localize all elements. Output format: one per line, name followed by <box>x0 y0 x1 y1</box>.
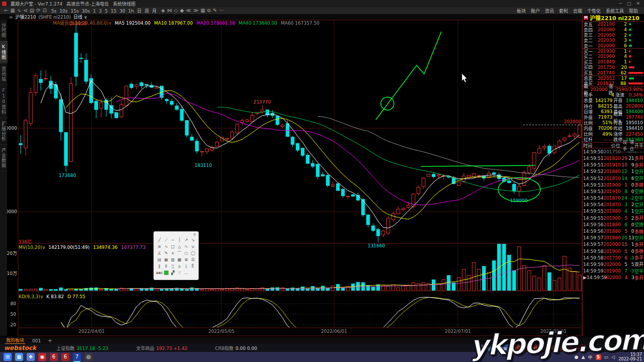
toolbar-icon[interactable]: ≪ <box>185 8 192 13</box>
period-button-30[interactable]: 30 <box>118 9 126 14</box>
toolbar-icon[interactable]: ◆ <box>179 8 185 13</box>
drawing-tool-icon[interactable]: ∪ <box>190 244 196 250</box>
period-button-15[interactable]: 15 <box>109 9 118 14</box>
toolbar-icon[interactable]: ⋯ <box>218 8 225 13</box>
taskbar-app-wh6[interactable]: 6 <box>61 353 69 361</box>
taskbar-app-opera[interactable]: ◉ <box>38 353 46 361</box>
period-button-日[interactable]: 日 <box>135 9 143 14</box>
taskbar-app-files[interactable]: ▦ <box>15 353 23 361</box>
drawing-tool-icon[interactable]: │ <box>176 237 183 243</box>
minimize-button[interactable]: ─ <box>619 1 622 6</box>
toolbar-icon[interactable]: ⋈ <box>166 8 173 13</box>
taskbar-app-start[interactable]: ⊞ <box>4 353 12 361</box>
drawing-tool-icon[interactable]: ▥ <box>170 257 176 263</box>
toolbar-icon[interactable]: ⊡ <box>41 8 47 13</box>
drawing-tool-icon[interactable]: ≋ <box>156 244 163 250</box>
drawing-tool-icon[interactable]: ○ <box>183 250 189 256</box>
drawing-tool-icon[interactable]: ∠ <box>156 250 163 256</box>
period-button-5s[interactable]: 5s <box>50 9 58 14</box>
drawing-tool-icon[interactable]: ▤ <box>156 257 163 263</box>
menu-item-板块[interactable]: 板块 <box>517 8 526 14</box>
taskbar-app-photos[interactable]: ❖ <box>27 353 35 361</box>
drawing-tool-icon[interactable]: ─ <box>170 237 176 243</box>
sidebar-item-扩展分析[interactable]: 扩展分析 <box>0 118 8 145</box>
drawing-tool-icon[interactable]: ¦¦ <box>170 263 176 269</box>
sidebar-item-F10资料[interactable]: F10资料 <box>0 85 8 118</box>
drawing-tool-icon[interactable]: ⌒ <box>176 250 183 256</box>
drawing-tool-icon[interactable]: ↗ <box>183 237 189 243</box>
toolbar-icon[interactable]: ▦ <box>9 8 16 13</box>
toolbar-icon[interactable]: ⊲ <box>22 8 28 13</box>
period-button-1[interactable]: 1 <box>92 9 98 14</box>
tab-001[interactable]: 001 <box>32 338 41 343</box>
menu-item-帮助[interactable]: 帮助 <box>629 8 638 14</box>
toolbar-icon[interactable]: ▤ <box>29 8 35 13</box>
period-button-月[interactable]: 月 <box>150 9 158 14</box>
toolbar-icon[interactable]: ⧉ <box>206 8 212 13</box>
drawing-tool-icon[interactable]: ∿ <box>163 244 170 250</box>
menu-item-资讯[interactable]: 资讯 <box>545 8 554 14</box>
taskbar-app-wh6[interactable]: 6 <box>50 353 58 361</box>
drawing-tool-icon[interactable]: E <box>190 263 196 269</box>
drawing-tool-icon[interactable]: ⁙ <box>176 270 183 276</box>
close-button[interactable]: ✕ <box>636 1 640 6</box>
drawing-tool-icon[interactable]: ⫴ <box>163 263 170 269</box>
menu-item-个性化[interactable]: 个性化 <box>587 8 601 14</box>
menu-item-系统工具[interactable]: 系统工具 <box>606 8 624 14</box>
period-button-15s[interactable]: 15s <box>69 9 80 14</box>
drawing-tool-icon[interactable]: ∥ <box>156 263 163 269</box>
drawing-tool-icon[interactable]: ▞ <box>170 270 176 276</box>
drawing-tool-icon[interactable]: ∧ <box>170 250 176 256</box>
drawing-tool-icon[interactable]: ↘ <box>190 237 196 243</box>
drawing-tool-icon[interactable]: ▦ <box>163 257 170 263</box>
toolbar-icon[interactable]: ≫ <box>192 8 199 13</box>
toolbar-icon[interactable]: ∿ <box>16 8 22 13</box>
drawing-tool-icon[interactable]: ☰ <box>190 257 196 263</box>
sidebar-item-分时图[interactable]: 分时图 <box>0 20 8 41</box>
drawing-tool-icon[interactable]: ⌂ <box>176 263 183 269</box>
period-button-1h[interactable]: 1h <box>127 9 135 14</box>
period-button-10s[interactable]: 10s <box>58 9 69 14</box>
drawing-tool-icon[interactable]: □ <box>170 244 176 250</box>
chart-canvas[interactable]: 20000015000020万10万8050202022/04/012022/0… <box>0 0 644 362</box>
link-icon[interactable]: ∞ <box>9 15 13 20</box>
toolbar-icon[interactable]: ✎ <box>212 8 218 13</box>
drawing-tool-icon[interactable]: ≣ <box>183 257 189 263</box>
drawing-tool-icon[interactable]: … <box>183 270 189 276</box>
drawing-tool-icon[interactable]: ◯ <box>190 250 196 256</box>
drawing-tool-icon[interactable]: ▩ <box>176 257 183 263</box>
system-line-button[interactable]: 系统快线图 <box>113 1 135 7</box>
period-button-3[interactable]: 3 <box>97 9 103 14</box>
ma-indicator-header[interactable]: MA组合(5,10,20,40,60,0)∨MA5 192504.00MA10 … <box>53 20 323 26</box>
toolbar-icon[interactable]: ◈ <box>160 8 166 13</box>
color-swatch[interactable] <box>163 270 170 276</box>
drawing-tool-icon[interactable]: ╱ <box>156 237 163 243</box>
sidebar-item-资讯站[interactable]: 资讯站 <box>0 63 8 85</box>
drawing-tool-icon[interactable]: △ <box>176 244 183 250</box>
menu-item-账户[interactable]: 账户 <box>531 8 540 14</box>
add-tab-button[interactable]: + <box>48 338 52 343</box>
toolbar-icon[interactable]: ← <box>3 8 9 13</box>
server-node-label[interactable]: 高速云节点-上海电信 <box>66 1 109 7</box>
period-button-5[interactable]: 5 <box>103 9 109 14</box>
drawing-tool-icon[interactable]: ✎ <box>163 250 170 256</box>
taskbar-app-obs[interactable]: ◎ <box>85 353 93 361</box>
drawing-tool-icon[interactable]: ∿ <box>183 244 189 250</box>
palette-close-icon[interactable]: ✕ <box>193 232 196 237</box>
toolbar-icon[interactable]: ▦ <box>199 8 206 13</box>
drawing-tool-icon[interactable]: ⟋ <box>163 237 170 243</box>
volume-indicator-header[interactable]: MV(10,20)∨142179.00(51:49)134974.3610737… <box>19 245 149 250</box>
menu-item-套利[interactable]: 套利 <box>559 8 568 14</box>
taskbar-app-wh7[interactable]: 7 <box>73 353 81 361</box>
sidebar-item-产业数据[interactable]: 产业数据 <box>0 145 8 171</box>
kd-indicator-header[interactable]: KD(9,3,3)∨K 83.82D 77.55 <box>19 294 89 299</box>
tab-my-blocks[interactable]: 我的板块 <box>5 337 25 344</box>
sidebar-item-K线图[interactable]: K线图 <box>0 41 8 63</box>
drawing-tool-icon[interactable]: ABC <box>156 270 163 276</box>
period-button-周[interactable]: 周 <box>143 9 150 14</box>
period-button-30s[interactable]: 30s <box>80 9 92 14</box>
drawing-tool-icon[interactable]: ⌊ <box>183 263 189 269</box>
period-select[interactable]: 日线 ∨ <box>73 14 87 20</box>
toolbar-icon[interactable]: ⟳ <box>35 8 41 13</box>
menu-item-云端[interactable]: 云端 <box>573 8 582 14</box>
